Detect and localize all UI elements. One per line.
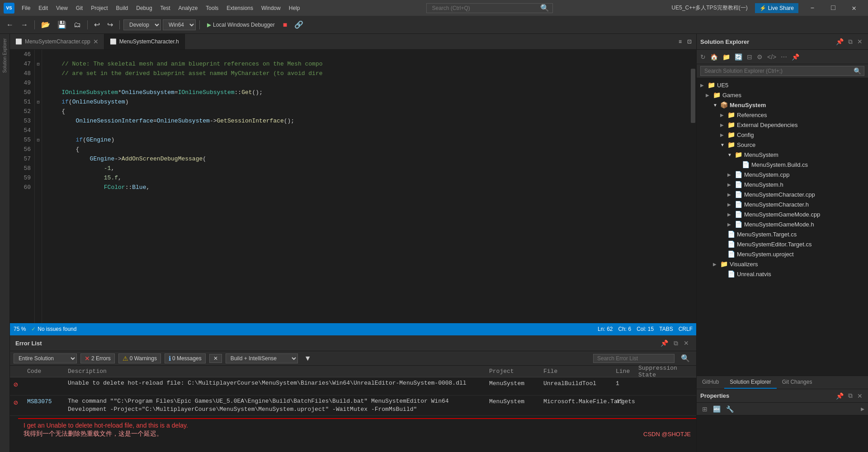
config-dropdown[interactable]: Develop: [123, 19, 161, 30]
crlf-indicator[interactable]: CRLF: [679, 326, 693, 332]
tab-menu-button[interactable]: ≡: [676, 37, 684, 47]
build-filter-expand[interactable]: ▼: [302, 353, 314, 364]
tree-item-msgm-cpp[interactable]: ▶ 📄 MenuSystemGameMode.cpp: [697, 209, 868, 219]
split-button[interactable]: ⊡: [684, 37, 694, 47]
tree-item-ms-h[interactable]: ▶ 📄 MenuSystem.h: [697, 179, 868, 189]
menu-project[interactable]: Project: [87, 3, 111, 13]
se-more-button[interactable]: ⋯: [779, 52, 789, 61]
tree-item-target-cs[interactable]: ▶ 📄 MenuSystem.Target.cs: [697, 229, 868, 239]
se-refresh-button[interactable]: 🔄: [733, 52, 744, 61]
se-collapse-button[interactable]: ⊟: [745, 52, 754, 61]
panel-float-button[interactable]: ⧉: [672, 339, 680, 348]
panel-pin-button[interactable]: 📌: [659, 339, 670, 348]
tree-item-source[interactable]: ▼ 📁 Source: [697, 140, 868, 150]
fold-51[interactable]: ⊟: [37, 99, 39, 105]
minimize-button[interactable]: –: [802, 0, 823, 16]
menu-window[interactable]: Window: [258, 3, 284, 13]
se-pin-button[interactable]: 📌: [834, 37, 845, 47]
tabs-indicator[interactable]: TABS: [659, 326, 673, 332]
line-info[interactable]: Ln: 62: [598, 326, 613, 332]
forward-button[interactable]: →: [18, 19, 31, 31]
prop-close-button[interactable]: ✕: [855, 391, 864, 400]
tab-cpp-close[interactable]: ✕: [93, 38, 99, 45]
tree-item-uproject[interactable]: ▶ 📄 MenuSystem.uproject: [697, 249, 868, 259]
tree-item-menusystem-folder[interactable]: ▼ 📁 MenuSystem: [697, 150, 868, 160]
build-filter-dropdown[interactable]: Build + IntelliSense: [226, 353, 298, 363]
menu-test[interactable]: Test: [157, 3, 174, 13]
warnings-badge[interactable]: ⚠ 0 Warnings: [118, 353, 161, 363]
clear-filter-button[interactable]: ✕: [209, 354, 222, 363]
zoom-level[interactable]: 75 %: [14, 326, 26, 332]
col-line[interactable]: Line: [616, 368, 638, 375]
title-search-input[interactable]: [426, 3, 553, 13]
ch-info[interactable]: Ch: 6: [618, 326, 631, 332]
menu-analyze[interactable]: Analyze: [175, 3, 202, 13]
solution-explorer-sidebar-icon[interactable]: Solution Explorer: [1, 38, 8, 74]
maximize-button[interactable]: □: [823, 0, 844, 16]
close-button[interactable]: ✕: [844, 0, 864, 16]
se-tab-github[interactable]: GitHub: [697, 376, 724, 389]
error-row-2[interactable]: ⊘ MSB3075 The command ""C:\Program Files…: [10, 396, 696, 416]
col-file[interactable]: File: [543, 368, 616, 375]
prop-pin-button[interactable]: 📌: [834, 391, 845, 400]
se-pin2-button[interactable]: 📌: [790, 52, 801, 61]
save-button[interactable]: 💾: [55, 19, 69, 31]
platform-dropdown[interactable]: Win64: [163, 19, 196, 30]
errors-badge[interactable]: ✕ 2 Errors: [80, 353, 115, 363]
menu-debug[interactable]: Debug: [132, 3, 156, 13]
col-description[interactable]: Description: [68, 368, 489, 375]
attach-button[interactable]: 🔗: [292, 19, 306, 31]
se-settings-button[interactable]: ⚙: [755, 52, 764, 61]
se-code-button[interactable]: </>: [765, 52, 778, 61]
tree-item-ue5[interactable]: ▶ 📁 UE5: [697, 80, 868, 90]
run-debugger-button[interactable]: ▶ Local Windows Debugger: [203, 20, 278, 30]
se-float-button[interactable]: ⧉: [846, 37, 854, 47]
se-sync-button[interactable]: ↻: [698, 52, 708, 61]
se-tab-solution-explorer[interactable]: Solution Explorer: [724, 376, 776, 389]
col-suppression[interactable]: Suppression State: [638, 365, 693, 378]
prop-float-button[interactable]: ⧉: [846, 391, 854, 400]
save-all-button[interactable]: 🗂: [71, 19, 84, 31]
live-share-button[interactable]: ⚡ Live Share: [755, 3, 798, 13]
menu-view[interactable]: View: [52, 3, 71, 13]
code-content[interactable]: // Note: The skeletal mesh and anim blue…: [42, 50, 690, 323]
tree-item-editor-target-cs[interactable]: ▶ 📄 MenuSystemEditor.Target.cs: [697, 239, 868, 249]
tree-item-config[interactable]: ▶ 📁 Config: [697, 130, 868, 140]
menu-tools[interactable]: Tools: [202, 3, 222, 13]
se-search-input[interactable]: [701, 66, 854, 75]
messages-badge[interactable]: ℹ 0 Messages: [165, 353, 206, 363]
menu-build[interactable]: Build: [113, 3, 132, 13]
se-close-button[interactable]: ✕: [855, 37, 864, 47]
tree-item-visualizers[interactable]: ▶ 📁 Visualizers: [697, 259, 868, 269]
tree-item-ms-cpp[interactable]: ▶ 📄 MenuSystem.cpp: [697, 170, 868, 179]
scrollbar-thumb[interactable]: [691, 69, 695, 123]
redo-button[interactable]: ↪: [104, 19, 116, 31]
back-button[interactable]: ←: [4, 19, 16, 31]
tree-item-build-cs[interactable]: ▶ 📄 MenuSystem.Build.cs: [697, 160, 868, 170]
tab-header[interactable]: ⬜ MenuSystemCharacter.h: [104, 34, 185, 49]
tree-item-msc-cpp[interactable]: ▶ 📄 MenuSystemCharacter.cpp: [697, 189, 868, 199]
col-info[interactable]: Col: 15: [637, 326, 654, 332]
search-error-input[interactable]: [593, 354, 675, 363]
solution-filter-dropdown[interactable]: Entire Solution: [14, 353, 77, 363]
error-row-1[interactable]: ⊘ Unable to delete hot-reload file: C:\M…: [10, 377, 696, 396]
undo-button[interactable]: ↩: [91, 19, 103, 31]
tree-item-msc-h[interactable]: ▶ 📄 MenuSystemCharacter.h: [697, 199, 868, 209]
col-code[interactable]: Code: [27, 368, 68, 375]
stop-button[interactable]: ■: [280, 19, 290, 31]
fold-47[interactable]: ⊟: [37, 61, 39, 67]
tree-item-msgm-h[interactable]: ▶ 📄 MenuSystemGameMode.h: [697, 219, 868, 229]
solution-tree[interactable]: ▶ 📁 UE5 ▶ 📁 Games ▼ 📦 MenuSystem: [697, 78, 868, 376]
tree-item-games[interactable]: ▶ 📁 Games: [697, 90, 868, 100]
tree-item-menusystem[interactable]: ▼ 📦 MenuSystem: [697, 100, 868, 110]
prop-settings-icon[interactable]: 🔧: [724, 405, 736, 414]
menu-edit[interactable]: Edit: [35, 3, 52, 13]
se-new-folder-button[interactable]: 📁: [721, 52, 732, 61]
panel-close-button[interactable]: ✕: [682, 339, 691, 348]
col-project[interactable]: Project: [489, 368, 543, 375]
tree-item-natvis[interactable]: ▶ 📄 Unreal.natvis: [697, 269, 868, 279]
tab-cpp[interactable]: ⬜ MenuSystemCharacter.cpp ✕: [10, 34, 104, 49]
search-error-button[interactable]: 🔍: [678, 352, 693, 364]
se-tab-git-changes[interactable]: Git Changes: [777, 376, 818, 389]
prop-sort-icon[interactable]: 🔤: [711, 405, 722, 414]
